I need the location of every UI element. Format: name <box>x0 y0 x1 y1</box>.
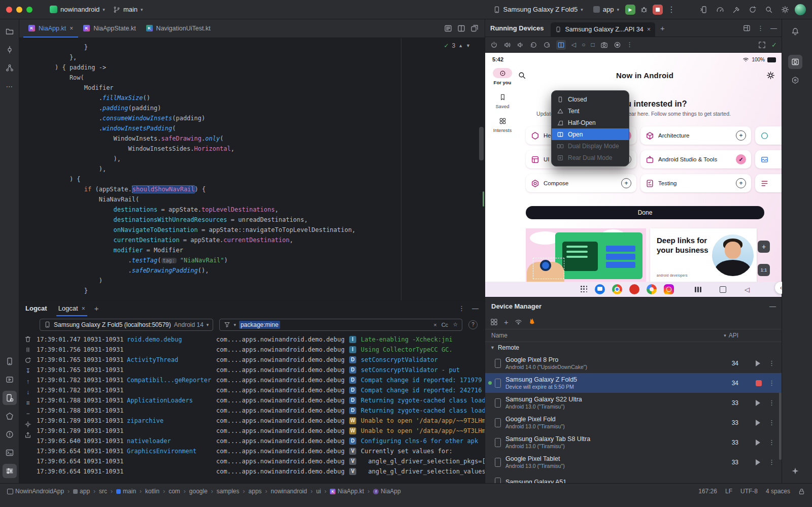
done-button[interactable]: Done <box>526 206 764 219</box>
logcat-row[interactable]: 17:39:01.76510931-10931com....apps.nowin… <box>37 365 485 375</box>
search-everywhere-icon[interactable] <box>762 4 775 16</box>
code-editor-lines[interactable]: } },) { padding -> Row( Modifier .fillMa… <box>19 38 477 300</box>
logcat-rows[interactable]: 17:39:01.74710931-10931roid.demo.debugco… <box>37 333 485 483</box>
topic-add-button[interactable]: + <box>736 178 746 188</box>
back-button-icon[interactable]: ◁ <box>571 42 576 48</box>
code-line[interactable]: NiaNavRail( <box>55 194 477 205</box>
device-row[interactable]: Samsung Galaxy Z Fold5Device will expire… <box>485 373 782 393</box>
code-line[interactable]: .padding(padding) <box>55 103 477 113</box>
maximize-window-button[interactable] <box>26 7 32 13</box>
topic-add-button[interactable]: + <box>736 130 746 141</box>
code-line[interactable]: onNavigateToDestination = appState::navi… <box>55 225 477 235</box>
fit-to-window-icon[interactable] <box>758 41 766 49</box>
next-problem-icon[interactable]: ▼ <box>466 43 470 48</box>
scroll-to-end-icon[interactable]: ↧ <box>25 367 30 375</box>
code-line[interactable]: ), <box>55 164 477 174</box>
app-drawer-icon[interactable] <box>581 286 588 293</box>
device-more-actions[interactable]: ⋮ <box>768 359 775 367</box>
scrollbar-thumb[interactable] <box>479 127 484 160</box>
next-message-icon[interactable]: ↓ <box>26 389 29 396</box>
menu-item-dual-display[interactable]: Dual Display Mode <box>552 140 629 152</box>
more-tool-windows-icon[interactable]: ⋯ <box>3 79 17 93</box>
settings-icon[interactable] <box>779 4 792 16</box>
gradle-icon[interactable] <box>788 73 802 87</box>
terminal-icon[interactable] <box>3 446 17 460</box>
topic-add-button[interactable]: + <box>621 178 631 188</box>
breadcrumb-item[interactable]: NowinAndroidApp <box>7 488 64 495</box>
more-options-icon[interactable]: ⋮ <box>458 305 465 312</box>
code-line[interactable]: .safeDrawingPadding(), <box>55 265 477 276</box>
start-device-button[interactable] <box>755 360 762 367</box>
photos-app-icon[interactable] <box>647 284 657 294</box>
code-line[interactable]: ) { <box>55 174 477 184</box>
vcs-branch-selector[interactable]: main ▾ <box>109 4 147 15</box>
code-line[interactable]: currentDestination = appState.currentDes… <box>55 235 477 245</box>
window-layout-icon[interactable] <box>743 24 751 32</box>
code-line[interactable]: .consumeWindowInsets(padding) <box>55 113 477 123</box>
previous-problem-icon[interactable]: ▲ <box>458 43 463 48</box>
previous-message-icon[interactable]: ↑ <box>26 378 29 385</box>
code-line[interactable]: ) { padding -> <box>55 62 477 73</box>
deep-links-card[interactable]: Deep links for your business android dev… <box>650 228 757 282</box>
logcat-row[interactable]: 17:39:05.65410931-10931com....apps.nowin… <box>37 466 485 477</box>
code-line[interactable]: Row( <box>55 73 477 83</box>
more-emulator-actions-icon[interactable]: ⋮ <box>627 41 633 48</box>
code-line[interactable]: }, <box>55 52 477 62</box>
code-line[interactable]: ), <box>55 154 477 164</box>
zoom-ratio-button[interactable]: 1:1 <box>758 264 770 276</box>
emulator-icon[interactable] <box>3 373 17 387</box>
back-nav-icon[interactable]: ◁ <box>745 286 750 293</box>
start-device-button[interactable] <box>755 399 762 407</box>
logcat-row[interactable]: 17:39:01.74710931-10931roid.demo.debugco… <box>37 334 485 345</box>
code-line[interactable]: destinationsWithUnreadResources = unread… <box>55 215 477 225</box>
device-more-actions[interactable]: ⋮ <box>768 438 775 446</box>
logcat-device-selector[interactable]: Samsung Galaxy Z Fold5 (localhost:50579)… <box>40 319 213 331</box>
logcat-row[interactable]: 17:39:01.78810931-10931com....apps.nowin… <box>37 405 485 416</box>
logcat-filter-value[interactable]: package:mine <box>239 321 280 329</box>
topic-checked-button[interactable]: ✓ <box>736 154 746 164</box>
code-line[interactable]: } <box>55 286 477 296</box>
detach-editor-icon[interactable] <box>470 24 479 32</box>
export-logs-icon[interactable] <box>24 431 31 438</box>
ai-assistant-icon[interactable] <box>788 464 802 478</box>
pause-logcat-icon[interactable] <box>24 346 31 353</box>
close-window-button[interactable] <box>6 7 12 13</box>
messages-app-icon[interactable] <box>595 284 605 294</box>
chip-compose[interactable]: Compose + <box>526 174 636 192</box>
running-device-tab[interactable]: Samsung Galaxy Z...API 34 × <box>551 22 655 37</box>
screenshot-icon[interactable] <box>600 41 608 49</box>
logcat-row[interactable]: 17:39:05.64010931-10931nativeloadercom..… <box>37 436 485 446</box>
code-line[interactable]: if (appState.shouldShowNavRail) { <box>55 184 477 194</box>
clear-filter-icon[interactable]: × <box>433 322 436 328</box>
breadcrumb-item[interactable]: nowinandroid <box>271 488 307 495</box>
editor-list-icon[interactable] <box>444 24 452 32</box>
stop-device-button[interactable] <box>756 380 762 386</box>
emulator-display[interactable]: 5:42 100% Now in Android For you <box>485 53 782 297</box>
menu-item-tent[interactable]: Tent <box>552 105 629 117</box>
profiler-icon[interactable] <box>714 4 727 16</box>
partial-chip[interactable] <box>755 126 782 145</box>
collapse-all-icon[interactable]: − <box>26 410 29 417</box>
new-logcat-tab-button[interactable]: + <box>91 304 102 313</box>
menu-item-half-open[interactable]: Half-Open <box>552 117 629 128</box>
rotate-left-icon[interactable] <box>530 41 537 49</box>
logcat-row[interactable]: 17:39:01.78210931-10931Compatibil...geRe… <box>37 375 485 385</box>
code-line[interactable]: modifier = Modifier <box>55 245 477 255</box>
chip-architecture[interactable]: Architecture + <box>640 126 751 145</box>
logcat-row[interactable]: 17:39:01.78910931-10931com....apps.nowin… <box>37 426 485 436</box>
commit-tool-icon[interactable] <box>3 43 17 57</box>
logcat-tool-icon[interactable] <box>3 464 17 478</box>
breadcrumb-item[interactable]: main <box>116 488 136 495</box>
more-run-actions-button[interactable]: ⋮ <box>665 4 678 16</box>
breadcrumb-item[interactable]: kotlin <box>145 488 159 495</box>
run-configuration-selector[interactable]: app ▾ <box>589 4 623 15</box>
dependencies-icon[interactable] <box>3 409 17 423</box>
device-selector[interactable]: Samsung Galaxy Z Fold5 ▾ <box>489 4 587 15</box>
device-mirroring-icon[interactable] <box>697 4 710 16</box>
split-editor-icon[interactable] <box>457 24 465 32</box>
code-line[interactable]: WindowInsets.safeDrawing.only( <box>55 133 477 144</box>
logcat-row[interactable]: 17:39:05.65410931-10931com....apps.nowin… <box>37 456 485 466</box>
home-button-icon[interactable]: ○ <box>582 42 585 48</box>
start-device-button[interactable] <box>755 439 762 446</box>
search-icon[interactable] <box>518 71 526 80</box>
